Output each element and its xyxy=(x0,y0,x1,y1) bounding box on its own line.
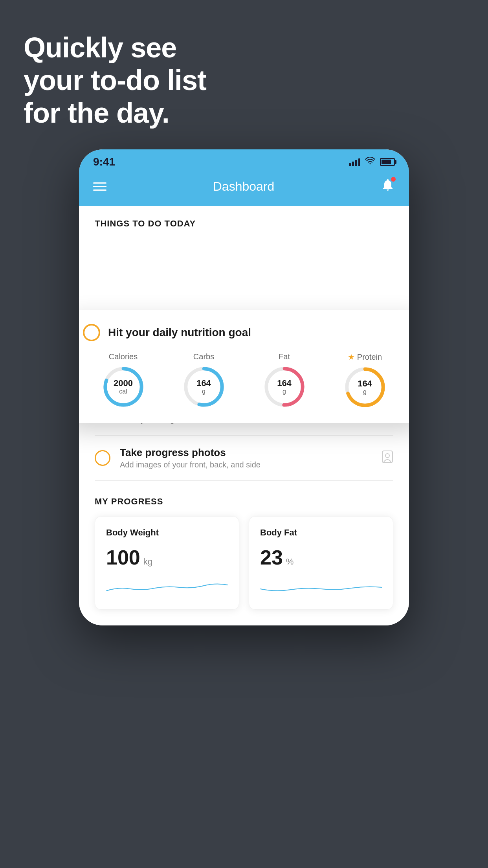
body-weight-unit: kg xyxy=(143,557,152,567)
things-section-title: THINGS TO DO TODAY xyxy=(95,219,393,229)
svg-point-0 xyxy=(369,163,371,164)
protein-label: ★ Protein xyxy=(348,352,382,362)
svg-point-15 xyxy=(385,454,389,458)
nutrition-carbs: Carbs 164 g xyxy=(182,352,226,408)
app-header: Dashboard xyxy=(79,171,409,206)
menu-button[interactable] xyxy=(93,182,106,191)
body-fat-title: Body Fat xyxy=(260,528,382,538)
body-weight-number: 100 xyxy=(106,546,140,569)
star-icon: ★ xyxy=(348,352,355,362)
body-fat-chart xyxy=(260,577,382,597)
battery-icon xyxy=(380,158,395,166)
hamburger-line xyxy=(93,186,106,187)
things-section: THINGS TO DO TODAY xyxy=(79,206,409,235)
nutrition-protein: ★ Protein 164 g xyxy=(343,352,387,409)
notification-badge xyxy=(391,177,396,182)
carbs-label: Carbs xyxy=(193,352,214,361)
hamburger-line xyxy=(93,182,106,184)
hero-text: Quickly see your to-do list for the day. xyxy=(24,31,206,129)
body-weight-title: Body Weight xyxy=(106,528,228,538)
hamburger-line xyxy=(93,189,106,191)
body-weight-value: 100 kg xyxy=(106,546,228,569)
todo-item-progress-photos[interactable]: Take progress photos Add images of your … xyxy=(95,436,393,481)
nutrition-card-title: Hit your daily nutrition goal xyxy=(108,326,251,339)
body-weight-chart xyxy=(106,577,228,597)
task-checkbox[interactable] xyxy=(83,324,100,341)
nutrition-circles: Calories 2000 cal xyxy=(83,352,405,409)
carbs-ring: 164 g xyxy=(182,365,226,408)
phone-content: THINGS TO DO TODAY Hit your daily nutrit… xyxy=(79,206,409,625)
progress-photos-title: Take progress photos xyxy=(120,447,372,459)
protein-ring: 164 g xyxy=(343,366,387,409)
status-time: 9:41 xyxy=(93,156,115,168)
calories-label: Calories xyxy=(109,352,138,361)
progress-section: MY PROGRESS Body Weight 100 kg xyxy=(79,481,409,625)
progress-section-title: MY PROGRESS xyxy=(95,497,393,507)
body-fat-unit: % xyxy=(286,557,294,567)
progress-photos-subtitle: Add images of your front, back, and side xyxy=(120,460,372,469)
calories-ring: 2000 cal xyxy=(102,365,145,408)
fat-label: Fat xyxy=(279,352,290,361)
phone-mockup: 9:41 xyxy=(79,149,409,625)
wifi-icon xyxy=(365,157,375,167)
nutrition-calories: Calories 2000 cal xyxy=(102,352,145,408)
progress-photos-checkbox[interactable] xyxy=(95,450,110,466)
nutrition-card: Hit your daily nutrition goal Calories xyxy=(79,310,409,423)
body-fat-card[interactable]: Body Fat 23 % xyxy=(249,516,393,610)
body-fat-value: 23 % xyxy=(260,546,382,569)
notification-button[interactable] xyxy=(381,178,395,195)
fat-ring: 164 g xyxy=(263,365,306,408)
progress-photos-text: Take progress photos Add images of your … xyxy=(120,447,372,469)
signal-icon xyxy=(349,158,360,166)
body-fat-number: 23 xyxy=(260,546,283,569)
svg-rect-14 xyxy=(382,451,393,463)
status-icons xyxy=(349,157,395,167)
body-weight-card[interactable]: Body Weight 100 kg xyxy=(95,516,239,610)
nutrition-fat: Fat 164 g xyxy=(263,352,306,408)
phone-frame: 9:41 xyxy=(79,149,409,625)
status-bar: 9:41 xyxy=(79,149,409,171)
page-title: Dashboard xyxy=(213,179,275,194)
progress-photos-icon xyxy=(382,450,393,466)
progress-cards: Body Weight 100 kg Body Fat 23 xyxy=(95,516,393,610)
card-header: Hit your daily nutrition goal xyxy=(83,324,405,341)
